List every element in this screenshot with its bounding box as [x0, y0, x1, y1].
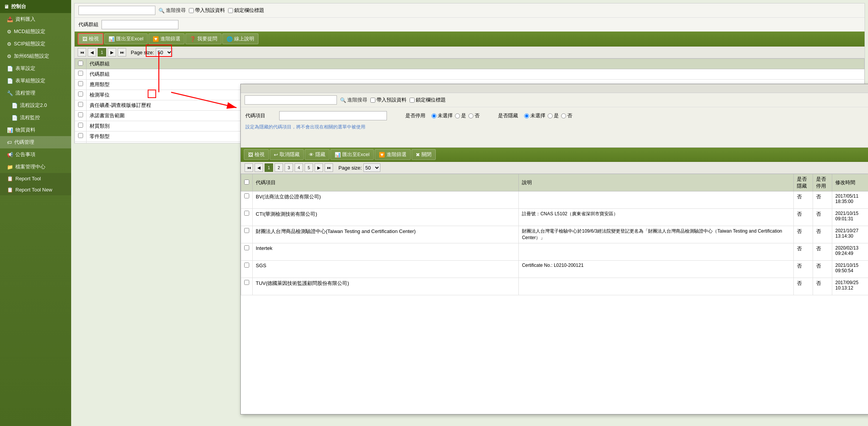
- sidebar-item-report-tool-new[interactable]: 📋 Report Tool New: [0, 184, 71, 195]
- float-hide-button[interactable]: 👁 隱藏: [305, 149, 330, 160]
- sidebar-item-flow-setting[interactable]: 📄 流程設定2.0: [0, 99, 71, 111]
- sidebar-item-flow-monitor[interactable]: 📄 流程監控: [0, 111, 71, 124]
- sidebar-item-code-mgmt[interactable]: 🏷 代碼管理: [0, 136, 71, 148]
- row-checkbox[interactable]: [244, 193, 249, 198]
- float-page-1[interactable]: 1: [265, 163, 273, 172]
- top-checkbox-lock-input[interactable]: [228, 8, 233, 13]
- row-checkbox[interactable]: [244, 263, 249, 268]
- float-hidden-no[interactable]: 否: [561, 112, 572, 119]
- float-page-3[interactable]: 3: [285, 163, 293, 172]
- sidebar-item-form-config[interactable]: 📄 表單組態設定: [0, 75, 71, 87]
- top-filter-button[interactable]: 🔽 進階篩選: [148, 33, 185, 44]
- float-close-button[interactable]: ✖ 關閉: [412, 149, 436, 160]
- row-checkbox[interactable]: [244, 228, 249, 233]
- sidebar-item-ca65[interactable]: ⚙ 加州65組態設定: [0, 50, 71, 62]
- float-prev-page[interactable]: ◀: [255, 163, 263, 172]
- sidebar-item-mcd[interactable]: ⚙ MCD組態設定: [0, 25, 71, 38]
- row-checkbox[interactable]: [78, 112, 83, 117]
- float-hidden-unselected[interactable]: 未選擇: [524, 112, 545, 119]
- float-disabled-unselected[interactable]: 未選擇: [432, 112, 453, 119]
- float-search-button[interactable]: 🔍 進階搜尋: [340, 97, 367, 103]
- row-checkbox[interactable]: [78, 81, 83, 86]
- float-hidden-radio-no[interactable]: [561, 113, 566, 118]
- top-online-button[interactable]: 🌐 線上說明: [222, 33, 258, 44]
- sidebar-item-scip[interactable]: ⚙ SCIP組態設定: [0, 38, 71, 50]
- sidebar-item-notice[interactable]: 📢 公告事項: [0, 148, 71, 161]
- float-hidden-radio-yes[interactable]: [548, 113, 553, 118]
- float-select-all[interactable]: [244, 180, 249, 185]
- form-setting-icon: 📄: [7, 66, 13, 72]
- float-page-5[interactable]: 5: [305, 163, 313, 172]
- table-row: TUV(德國萊因技術監護顧問股份有限公司) 否 否 2017/09/25 10:…: [241, 278, 868, 295]
- float-view-button[interactable]: 🖼 檢視: [244, 149, 269, 160]
- float-disabled-radio-no[interactable]: [468, 113, 473, 118]
- float-disabled-no[interactable]: 否: [468, 112, 480, 119]
- float-page-size-select[interactable]: 50 100: [363, 163, 380, 172]
- float-search-input[interactable]: [245, 95, 337, 105]
- top-page-1[interactable]: 1: [98, 48, 106, 57]
- sidebar-item-data-import[interactable]: 📥 資料匯入: [0, 13, 71, 25]
- float-hidden-radio-unselected[interactable]: [524, 113, 529, 118]
- sidebar-item-form-setting[interactable]: 📄 表單設定: [0, 62, 71, 75]
- float-page-2[interactable]: 2: [275, 163, 283, 172]
- float-data-table: 代碼項目 說明 是否隱藏 是否停用 修改時間 最後修改者 BV(法商法立德公證有…: [241, 174, 868, 295]
- row-checkbox[interactable]: [244, 211, 249, 216]
- float-view-icon: 🖼: [248, 152, 253, 158]
- float-disabled-radio-unselected[interactable]: [432, 113, 436, 118]
- top-checkbox-preset[interactable]: 帶入預設資料: [189, 7, 225, 14]
- float-next-page[interactable]: ▶: [315, 163, 323, 172]
- table-row: CTI(華測檢測技術有限公司) 註冊號：CNAS L5102（廣東省深圳市寶安區…: [241, 209, 868, 226]
- top-help-button[interactable]: ❓ 我要提問: [185, 33, 222, 44]
- float-disabled-yes[interactable]: 是: [455, 112, 466, 119]
- top-checkbox-lock[interactable]: 鎖定欄位標題: [228, 7, 264, 14]
- sidebar-item-file-mgmt[interactable]: 📁 檔案管理中心: [0, 161, 71, 173]
- float-cancel-hide-button[interactable]: ↩ 取消隱藏: [270, 149, 304, 160]
- row-checkbox[interactable]: [244, 245, 249, 250]
- top-page-size-select[interactable]: 50 100: [156, 48, 173, 57]
- float-hidden-yes[interactable]: 是: [548, 112, 559, 119]
- sidebar-item-report-tool[interactable]: 📋 Report Tool: [0, 173, 71, 184]
- float-first-page[interactable]: ⏮: [245, 163, 253, 172]
- float-export-icon: 📊: [335, 152, 341, 158]
- float-checkbox-preset-input[interactable]: [370, 98, 375, 103]
- top-search-bar: 🔍 進階搜尋 帶入預設資料 鎖定欄位標題: [75, 3, 865, 18]
- mcd-icon: ⚙: [7, 29, 12, 35]
- float-export-button[interactable]: 📊 匯出至Excel: [330, 149, 374, 160]
- top-prev-page[interactable]: ◀: [88, 48, 96, 57]
- sidebar-item-flow-mgmt[interactable]: 🔧 流程管理: [0, 87, 71, 99]
- top-search-button[interactable]: 🔍 進階搜尋: [158, 7, 186, 14]
- float-page-4[interactable]: 4: [295, 163, 303, 172]
- row-checkbox[interactable]: [78, 123, 83, 128]
- top-view-button[interactable]: 🖼 檢視: [78, 33, 103, 45]
- float-hidden-label: 是否隱藏: [498, 112, 518, 119]
- float-code-item-input[interactable]: [279, 111, 387, 120]
- row-checkbox[interactable]: [244, 280, 249, 285]
- float-last-page[interactable]: ⏭: [325, 163, 333, 172]
- top-toolbar: 🖼 檢視 📊 匯出至Excel 🔽 進階篩選 ❓ 我要提問 🌐 線上說明: [75, 32, 865, 47]
- sidebar-item-material[interactable]: 📊 物質資料: [0, 124, 71, 136]
- float-checkbox-lock[interactable]: 鎖定欄位標題: [410, 97, 446, 103]
- float-checkbox-preset[interactable]: 帶入預設資料: [370, 97, 407, 103]
- float-disabled-radio-yes[interactable]: [455, 113, 460, 118]
- float-disabled-radio-group: 未選擇 是 否: [432, 112, 480, 119]
- top-next-page[interactable]: ▶: [108, 48, 116, 57]
- row-checkbox[interactable]: [78, 102, 83, 107]
- float-col-desc: 說明: [519, 174, 794, 191]
- top-code-group-input[interactable]: [102, 20, 178, 29]
- float-pagination: ⏮ ◀ 1 2 3 4 5 ▶ ⏭ Page size: 50 100: [245, 163, 380, 172]
- top-select-all[interactable]: [78, 61, 83, 66]
- float-checkbox-lock-input[interactable]: [410, 98, 415, 103]
- float-search-bar: 🔍 進階搜尋 帶入預設資料 鎖定欄位標題: [241, 93, 868, 107]
- row-checkbox[interactable]: [78, 71, 83, 76]
- row-checkbox[interactable]: [78, 133, 83, 138]
- top-view-icon: 🖼: [82, 36, 87, 42]
- float-filter-button[interactable]: 🔽 進階篩選: [375, 149, 411, 160]
- top-first-page[interactable]: ⏮: [78, 48, 86, 57]
- top-checkbox-preset-input[interactable]: [189, 8, 194, 13]
- top-last-page[interactable]: ⏭: [118, 48, 126, 57]
- top-export-button[interactable]: 📊 匯出至Excel: [104, 33, 148, 44]
- top-search-input[interactable]: [78, 6, 155, 15]
- row-checkbox[interactable]: [78, 92, 83, 97]
- float-notice-text[interactable]: 設定為隱藏的代碼項目，將不會出現在相關的選單中被使用: [241, 122, 868, 132]
- notice-icon: 📢: [7, 152, 13, 158]
